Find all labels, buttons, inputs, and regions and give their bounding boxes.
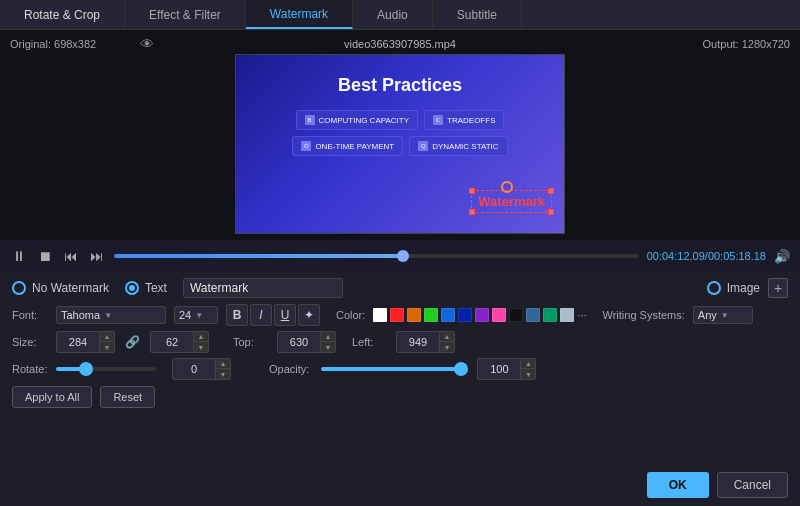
handle-tl[interactable]	[469, 188, 475, 194]
opacity-up[interactable]: ▲	[521, 359, 535, 369]
swatch-lightblue[interactable]	[560, 308, 574, 322]
tab-rotate-crop[interactable]: Rotate & Crop	[0, 0, 125, 29]
tab-bar: Rotate & Crop Effect & Filter Watermark …	[0, 0, 800, 30]
opacity-slider-track[interactable]	[321, 367, 461, 371]
swatch-black[interactable]	[509, 308, 523, 322]
ok-button[interactable]: OK	[647, 472, 709, 498]
strikethrough-button[interactable]: ✦	[298, 304, 320, 326]
reset-button[interactable]: Reset	[100, 386, 155, 408]
width-spinbox[interactable]: ▲ ▼	[56, 331, 115, 353]
card-label-4: DYNAMIC STATIC	[432, 142, 498, 151]
opacity-down[interactable]: ▼	[521, 369, 535, 379]
swatch-steelblue[interactable]	[526, 308, 540, 322]
tab-subtitle[interactable]: Subtitle	[433, 0, 522, 29]
watermark-text-input[interactable]	[183, 278, 343, 298]
controls-panel: No Watermark Text Image + Font: Tahoma ▼…	[0, 272, 800, 414]
underline-button[interactable]: U	[274, 304, 296, 326]
rotate-arrows: ▲ ▼	[215, 359, 230, 379]
font-size-value: 24	[179, 309, 191, 321]
apply-to-all-button[interactable]: Apply to All	[12, 386, 92, 408]
height-spinbox[interactable]: ▲ ▼	[150, 331, 209, 353]
prev-frame-button[interactable]: ⏮	[62, 248, 80, 264]
top-input[interactable]	[278, 334, 320, 350]
card-label-2: TRADEOFFS	[447, 116, 495, 125]
rotate-up[interactable]: ▲	[216, 359, 230, 369]
swatch-darkblue[interactable]	[458, 308, 472, 322]
swatch-orange[interactable]	[407, 308, 421, 322]
swatch-red[interactable]	[390, 308, 404, 322]
width-input[interactable]	[57, 334, 99, 350]
rotate-input[interactable]	[173, 361, 215, 377]
left-up[interactable]: ▲	[440, 332, 454, 342]
width-arrows: ▲ ▼	[99, 332, 114, 352]
aspect-lock-icon[interactable]: 🔗	[125, 335, 140, 349]
visibility-icon[interactable]: 👁	[140, 36, 154, 52]
height-down[interactable]: ▼	[194, 342, 208, 352]
opacity-spinbox[interactable]: ▲ ▼	[477, 358, 536, 380]
pause-button[interactable]: ⏸	[10, 248, 28, 264]
radio-circle-text[interactable]	[125, 281, 139, 295]
height-up[interactable]: ▲	[194, 332, 208, 342]
top-up[interactable]: ▲	[321, 332, 335, 342]
handle-tr[interactable]	[548, 188, 554, 194]
volume-icon[interactable]: 🔊	[774, 249, 790, 264]
swatch-white[interactable]	[373, 308, 387, 322]
height-input[interactable]	[151, 334, 193, 350]
card-3: O ONE-TIME PAYMENT	[292, 136, 403, 156]
swatch-teal[interactable]	[543, 308, 557, 322]
swatch-purple[interactable]	[475, 308, 489, 322]
width-down[interactable]: ▼	[100, 342, 114, 352]
radio-circle-image[interactable]	[707, 281, 721, 295]
handle-br[interactable]	[548, 209, 554, 215]
image-wm-label: Image	[727, 281, 760, 295]
handle-bl[interactable]	[469, 209, 475, 215]
font-name-select[interactable]: Tahoma ▼	[56, 306, 166, 324]
resize-circle[interactable]	[501, 181, 513, 193]
left-label: Left:	[352, 336, 388, 348]
add-image-button[interactable]: +	[768, 278, 788, 298]
card-2: C TRADEOFFS	[424, 110, 504, 130]
radio-image[interactable]: Image	[707, 281, 760, 295]
rotate-down[interactable]: ▼	[216, 369, 230, 379]
progress-thumb[interactable]	[397, 250, 409, 262]
left-input[interactable]	[397, 334, 439, 350]
next-frame-button[interactable]: ⏭	[88, 248, 106, 264]
radio-no-watermark[interactable]: No Watermark	[12, 281, 109, 295]
rotate-opacity-row: Rotate: ▲ ▼ Opacity: ▲ ▼	[12, 358, 788, 380]
rotate-spinbox[interactable]: ▲ ▼	[172, 358, 231, 380]
writing-systems-label: Writing Systems:	[603, 309, 685, 321]
top-label: Top:	[233, 336, 269, 348]
stop-button[interactable]: ⏹	[36, 248, 54, 264]
card-1: B COMPUTING CAPACITY	[296, 110, 419, 130]
left-down[interactable]: ▼	[440, 342, 454, 352]
font-name-arrow: ▼	[104, 311, 112, 320]
watermark-overlay[interactable]: Watermark	[471, 190, 552, 213]
width-up[interactable]: ▲	[100, 332, 114, 342]
progress-fill	[114, 254, 403, 258]
opacity-slider-thumb[interactable]	[454, 362, 468, 376]
tab-effect-filter[interactable]: Effect & Filter	[125, 0, 246, 29]
rotate-slider-thumb[interactable]	[79, 362, 93, 376]
top-spinbox[interactable]: ▲ ▼	[277, 331, 336, 353]
italic-button[interactable]: I	[250, 304, 272, 326]
font-size-select[interactable]: 24 ▼	[174, 306, 218, 324]
radio-circle-no-wm[interactable]	[12, 281, 26, 295]
opacity-input[interactable]	[478, 361, 520, 377]
writing-systems-select[interactable]: Any ▼	[693, 306, 753, 324]
rotate-slider-track[interactable]	[56, 367, 156, 371]
swatch-green[interactable]	[424, 308, 438, 322]
top-down[interactable]: ▼	[321, 342, 335, 352]
tab-watermark[interactable]: Watermark	[246, 0, 353, 29]
bold-button[interactable]: B	[226, 304, 248, 326]
progress-track[interactable]	[114, 254, 639, 258]
more-colors-button[interactable]: ···	[577, 309, 586, 321]
cancel-button[interactable]: Cancel	[717, 472, 788, 498]
opacity-arrows: ▲ ▼	[520, 359, 535, 379]
preview-title: Best Practices	[236, 75, 564, 96]
swatch-blue[interactable]	[441, 308, 455, 322]
swatch-pink[interactable]	[492, 308, 506, 322]
radio-text[interactable]: Text	[125, 281, 167, 295]
size-label: Size:	[12, 336, 48, 348]
tab-audio[interactable]: Audio	[353, 0, 433, 29]
left-spinbox[interactable]: ▲ ▼	[396, 331, 455, 353]
